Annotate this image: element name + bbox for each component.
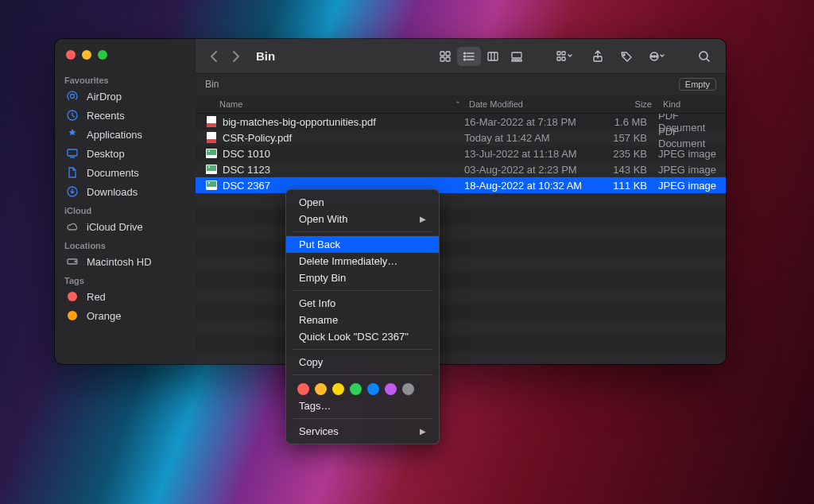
tag-color-#8e8e93[interactable] (402, 383, 414, 395)
icon-view-button[interactable] (433, 47, 457, 66)
empty-row (196, 225, 726, 241)
file-row[interactable]: big-matches-big-opportunities.pdf16-Mar-… (196, 114, 726, 130)
sidebar-item-documents[interactable]: Documents (55, 163, 196, 182)
empty-row (196, 193, 726, 209)
file-kind: JPEG image (658, 164, 726, 176)
file-date: Today at 11:42 AM (464, 132, 595, 144)
tags-button[interactable] (614, 47, 638, 66)
col-date[interactable]: Date Modified (469, 99, 599, 109)
sidebar-section-label: Favourites (55, 71, 196, 87)
file-list: big-matches-big-opportunities.pdf16-Mar-… (196, 114, 726, 364)
svg-rect-37 (207, 123, 216, 127)
col-size[interactable]: Size (599, 99, 663, 109)
menu-item-label: Put Back (299, 238, 340, 250)
file-kind: JPEG image (658, 148, 726, 160)
svg-rect-8 (446, 52, 450, 56)
file-size: 143 KB (595, 164, 658, 176)
menu-item-tags[interactable]: Tags… (286, 397, 439, 414)
menu-item-rename[interactable]: Rename (286, 312, 439, 328)
svg-rect-25 (557, 57, 560, 60)
file-size: 111 KB (595, 180, 658, 192)
menu-item-get-info[interactable]: Get Info (286, 295, 439, 312)
action-button[interactable] (643, 47, 672, 66)
svg-point-33 (656, 56, 657, 57)
menu-item-label: Copy (299, 356, 323, 368)
menu-item-label: Get Info (299, 297, 335, 309)
file-kind: PDF Document (658, 126, 726, 149)
search-button[interactable] (692, 47, 716, 66)
desktop-icon (66, 147, 79, 160)
sidebar-item-airdrop[interactable]: AirDrop (55, 87, 196, 106)
svg-rect-23 (519, 60, 521, 61)
menu-item-label: Services (299, 425, 339, 437)
tag-color-#ffd60a[interactable] (332, 383, 344, 395)
tag-icon (66, 290, 79, 303)
tag-icon (66, 309, 79, 322)
menu-item-open-with[interactable]: Open With▶ (286, 211, 439, 227)
sidebar-item-downloads[interactable]: Downloads (55, 182, 196, 201)
file-icon (205, 147, 218, 160)
sidebar-section-label: Locations (55, 236, 196, 252)
sidebar-item-applications[interactable]: Applications (55, 125, 196, 144)
apps-icon (66, 128, 79, 141)
forward-button[interactable] (227, 48, 245, 65)
file-row[interactable]: DSC 236718-Aug-2022 at 10:32 AM111 KBJPE… (196, 177, 726, 193)
empty-trash-button[interactable]: Empty (679, 78, 716, 91)
sidebar-item-macintosh-hd[interactable]: Macintosh HD (55, 252, 196, 271)
file-size: 157 KB (595, 132, 658, 144)
svg-point-6 (75, 261, 76, 262)
menu-item-label: Empty Bin (299, 272, 346, 284)
col-kind[interactable]: Kind (663, 99, 726, 109)
empty-row (196, 352, 726, 364)
tag-color-#0a84ff[interactable] (367, 383, 379, 395)
group-button[interactable] (549, 47, 581, 66)
col-name[interactable]: Name⌃ (219, 99, 469, 109)
tag-color-#bf5af2[interactable] (385, 383, 397, 395)
empty-row (196, 336, 726, 352)
back-button[interactable] (205, 48, 223, 65)
sidebar-item-label: Downloads (87, 186, 138, 198)
chevron-right-icon: ▶ (420, 427, 426, 436)
sidebar-item-recents[interactable]: Recents (55, 106, 196, 125)
svg-rect-17 (488, 52, 498, 60)
file-row[interactable]: DSC 101013-Jul-2022 at 11:18 AM235 KBJPE… (196, 145, 726, 161)
file-row[interactable]: DSC 112303-Aug-2022 at 2:23 PM143 KBJPEG… (196, 161, 726, 177)
tag-color-#ff6159[interactable] (297, 383, 309, 395)
toolbar: Bin (196, 39, 726, 74)
view-switcher (433, 47, 529, 66)
tag-color-#ffbd2e[interactable] (315, 383, 327, 395)
sidebar-item-label: Macintosh HD (87, 256, 152, 268)
sidebar-item-label: Desktop (87, 148, 125, 160)
svg-point-32 (651, 56, 653, 57)
zoom-button[interactable] (98, 50, 107, 60)
file-size: 235 KB (595, 148, 658, 160)
sidebar-item-red[interactable]: Red (55, 287, 196, 306)
column-view-button[interactable] (481, 47, 505, 66)
tag-color-#30d158[interactable] (350, 383, 362, 395)
share-button[interactable] (586, 47, 610, 66)
sidebar-section-label: Tags (55, 271, 196, 287)
svg-point-0 (71, 95, 75, 99)
sidebar-item-orange[interactable]: Orange (55, 306, 196, 325)
menu-item-put-back[interactable]: Put Back (286, 236, 439, 253)
sidebar-item-icloud-drive[interactable]: iCloud Drive (55, 217, 196, 236)
gallery-view-button[interactable] (505, 47, 529, 66)
empty-row (196, 289, 726, 304)
minimize-button[interactable] (82, 50, 91, 60)
close-button[interactable] (66, 50, 76, 60)
menu-item-quick-look-dsc-2367[interactable]: Quick Look "DSC 2367" (286, 328, 439, 345)
list-view-button[interactable] (457, 47, 481, 66)
sidebar-item-label: iCloud Drive (87, 221, 143, 233)
menu-item-empty-bin[interactable]: Empty Bin (286, 269, 439, 286)
file-row[interactable]: CSR-Policy.pdfToday at 11:42 AM157 KBPDF… (196, 130, 726, 145)
menu-item-copy[interactable]: Copy (286, 354, 439, 370)
sidebar-item-desktop[interactable]: Desktop (55, 144, 196, 163)
menu-item-delete-immediately[interactable]: Delete Immediately… (286, 253, 439, 269)
menu-item-label: Quick Look "DSC 2367" (299, 331, 409, 343)
menu-item-services[interactable]: Services▶ (286, 423, 439, 440)
menu-item-open[interactable]: Open (286, 194, 439, 211)
download-icon (66, 185, 79, 198)
file-name: DSC 1123 (223, 164, 270, 176)
sidebar-item-label: Orange (87, 310, 121, 322)
clock-icon (66, 109, 79, 122)
